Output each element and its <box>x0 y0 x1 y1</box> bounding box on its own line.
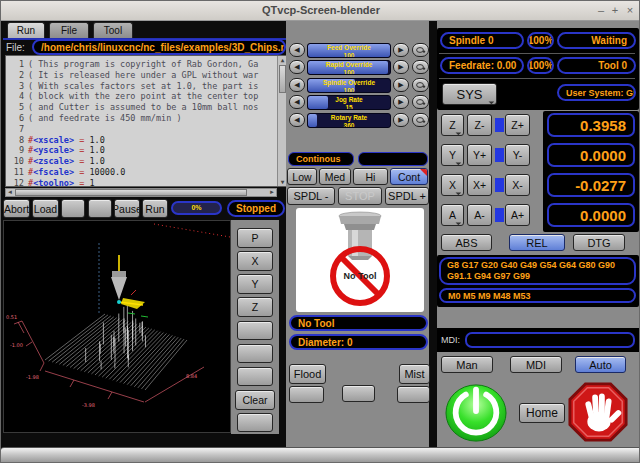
rapid-override-decrement-button[interactable]: ◀ <box>289 60 305 74</box>
tab-tool[interactable]: Tool <box>93 22 133 38</box>
blank-view-button-2[interactable] <box>237 344 273 363</box>
toolpath-3d-view[interactable]: 0.51 -1.00 -1.98 -3.98 8.84 <box>3 220 231 433</box>
view-p-button[interactable]: P <box>237 228 273 248</box>
tab-tool-label: Tool <box>104 25 122 36</box>
feed-override-decrement-button[interactable]: ◀ <box>289 43 305 57</box>
pause-label: Pause <box>114 203 140 215</box>
machine-power-button[interactable] <box>445 382 507 444</box>
slider-label: Rapid Override <box>308 61 390 69</box>
mdi-mode-button[interactable]: MDI <box>510 356 562 373</box>
manual-mode-button[interactable]: Man <box>441 356 493 373</box>
jog-cont-button[interactable]: Cont <box>390 168 428 185</box>
spindle-minus-button[interactable]: SPDL - <box>287 187 335 205</box>
spindle-override-settings-button[interactable] <box>412 78 429 92</box>
rotary-rate-settings-button[interactable] <box>412 113 429 127</box>
run-button[interactable]: Run <box>142 199 168 218</box>
editor-horizontal-scrollbar[interactable]: ◄ ► <box>5 188 277 197</box>
mist-button[interactable]: Mist <box>399 364 430 384</box>
scrollbar-thumb[interactable] <box>15 189 247 196</box>
blank-coolant-button[interactable] <box>342 385 375 402</box>
slider-settings-icon <box>416 99 426 105</box>
a-axis-select-button[interactable]: A <box>441 204 464 226</box>
z-minus-jog-button[interactable]: Z- <box>467 114 492 136</box>
tab-file[interactable]: File <box>49 22 89 38</box>
dtg-mode-button[interactable]: DTG <box>573 234 625 251</box>
svg-text:0.51: 0.51 <box>6 314 17 320</box>
feed-override-increment-button[interactable]: ▶ <box>393 43 409 57</box>
tab-run[interactable]: Run <box>7 22 45 38</box>
feed-override-settings-button[interactable] <box>412 43 429 57</box>
jog-rate-increment-button[interactable]: ▶ <box>393 95 409 109</box>
z-plus-jog-button[interactable]: Z+ <box>505 114 530 136</box>
close-button[interactable]: × <box>624 4 636 17</box>
view-x-button[interactable]: X <box>237 251 273 271</box>
rel-mode-button[interactable]: REL <box>509 234 565 251</box>
machine-state-display: Waiting <box>557 32 636 49</box>
mcodes-text: M0 M5 M9 M48 M53 <box>448 291 531 301</box>
svg-text:No Tool: No Tool <box>344 271 377 281</box>
scroll-left-icon[interactable]: ◄ <box>7 189 13 195</box>
scroll-right-icon[interactable]: ► <box>269 189 275 195</box>
sys-button[interactable]: SYS <box>442 83 497 105</box>
view-z-button[interactable]: Z <box>237 297 273 317</box>
minimize-button[interactable]: – <box>595 4 607 17</box>
spindle-override-row: ◀ Spindle Override100 ▶ <box>286 78 429 93</box>
blank-view-button-4[interactable] <box>237 413 273 432</box>
bottom-resize-bar[interactable] <box>1 447 640 463</box>
scrollbar-thumb[interactable] <box>279 65 286 93</box>
gcode-editor[interactable]: 1( This program is copyright of Rab Gord… <box>5 55 288 187</box>
x-axis-select-button[interactable]: X <box>441 174 464 196</box>
jog-rate-slider[interactable]: Jog Rate15 <box>307 95 391 110</box>
y-minus-jog-button[interactable]: Y- <box>505 144 530 166</box>
a-minus-jog-button[interactable]: A- <box>467 204 492 226</box>
feed-override-slider[interactable]: Feed Override100 <box>307 43 391 58</box>
blank-view-button-3[interactable] <box>237 367 273 386</box>
mdi-mode-label: MDI <box>526 359 546 371</box>
jog-med-button[interactable]: Med <box>319 168 351 185</box>
maximize-button[interactable]: + <box>609 4 621 17</box>
flood-button[interactable]: Flood <box>289 364 326 384</box>
blank-view-button-1[interactable] <box>237 321 273 340</box>
y-axis-select-button[interactable]: Y <box>441 144 464 166</box>
rapid-override-increment-button[interactable]: ▶ <box>393 60 409 74</box>
blank-transport-button-2[interactable] <box>88 199 112 218</box>
spindle-plus-button[interactable]: SPDL + <box>385 187 429 205</box>
abs-mode-button[interactable]: ABS <box>441 234 492 251</box>
y-plus-jog-button[interactable]: Y+ <box>467 144 492 166</box>
spindle-override-slider[interactable]: Spindle Override100 <box>307 78 391 93</box>
view-y-button[interactable]: Y <box>237 274 273 294</box>
slider-label: Rotary Rate <box>308 114 390 122</box>
mdi-input[interactable] <box>465 332 635 348</box>
abort-button[interactable]: Abort <box>3 199 30 218</box>
jog-hi-button[interactable]: Hi <box>353 168 388 185</box>
flood-led-button[interactable] <box>289 386 324 403</box>
spindle-override-increment-button[interactable]: ▶ <box>393 78 409 92</box>
jog-rate-decrement-button[interactable]: ◀ <box>289 95 305 109</box>
blank-transport-button-1[interactable] <box>61 199 85 218</box>
rapid-override-row: ◀ Rapid Override100 ▶ <box>286 60 429 75</box>
rotary-rate-increment-button[interactable]: ▶ <box>393 113 409 127</box>
a-plus-jog-button[interactable]: A+ <box>505 204 530 226</box>
rotary-rate-decrement-button[interactable]: ◀ <box>289 113 305 127</box>
stop-hand-icon <box>567 381 629 443</box>
mist-led-button[interactable] <box>397 386 430 403</box>
jog-low-label: Low <box>292 171 311 183</box>
home-button[interactable]: Home <box>519 403 565 423</box>
emergency-stop-button[interactable] <box>567 381 629 443</box>
clear-button[interactable]: Clear <box>235 390 275 410</box>
load-button[interactable]: Load <box>32 199 59 218</box>
rapid-override-slider[interactable]: Rapid Override100 <box>307 60 391 75</box>
x-minus-jog-button[interactable]: X- <box>505 174 530 196</box>
x-plus-jog-button[interactable]: X+ <box>467 174 492 196</box>
pause-button[interactable]: Pause <box>114 199 140 218</box>
limit-line <box>154 224 230 237</box>
jog-rate-settings-button[interactable] <box>412 95 429 109</box>
svg-text:8.84: 8.84 <box>186 373 197 379</box>
rapid-override-settings-button[interactable] <box>412 60 429 74</box>
auto-mode-button[interactable]: Auto <box>575 356 626 373</box>
jog-low-button[interactable]: Low <box>287 168 317 185</box>
z-axis-select-button[interactable]: Z <box>441 114 464 136</box>
rotary-rate-slider[interactable]: Rotary Rate360 <box>307 113 391 128</box>
spindle-override-decrement-button[interactable]: ◀ <box>289 78 305 92</box>
title-bar[interactable]: QTvcp-Screen-blender – + × <box>1 1 640 21</box>
